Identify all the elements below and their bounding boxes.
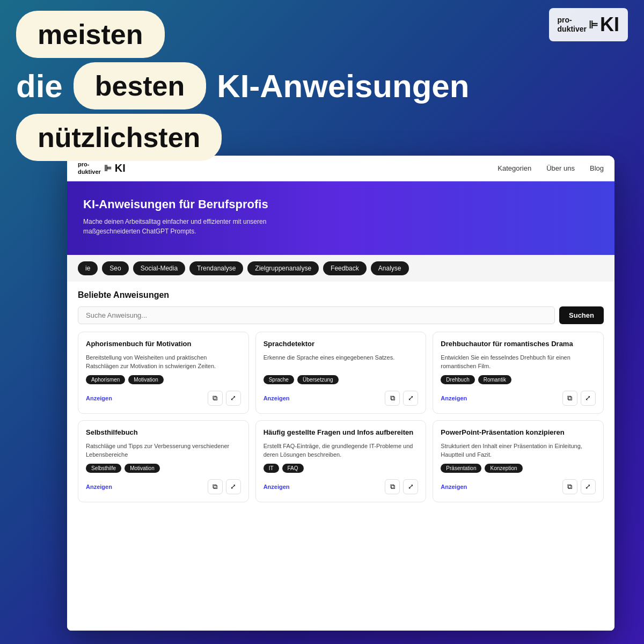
card-2-share-btn[interactable]: ⤢: [581, 391, 596, 406]
card-0-tag-0[interactable]: Aphorismen: [86, 375, 125, 384]
card-1-tags: Sprache Übersetzung: [264, 375, 419, 384]
card-5-tag-0[interactable]: Präsentation: [441, 464, 481, 473]
hero-word-die: die: [16, 68, 63, 105]
card-3-footer: Anzeigen ⧉ ⤢: [86, 479, 241, 494]
card-0-desc: Bereitstellung von Weisheiten und prakti…: [86, 353, 241, 371]
card-4-tag-1[interactable]: FAQ: [282, 464, 304, 473]
card-1-tag-0[interactable]: Sprache: [264, 375, 294, 384]
card-2: Drehbuchautor für romantisches Drama Ent…: [433, 332, 604, 414]
cat-pill-5[interactable]: Feedback: [323, 261, 367, 275]
card-2-tag-1[interactable]: Romantik: [478, 375, 511, 384]
cat-pill-2[interactable]: Social-Media: [133, 261, 185, 275]
card-5-title: PowerPoint-Präsentation konzipieren: [441, 428, 596, 437]
card-5-link[interactable]: Anzeigen: [441, 484, 467, 490]
card-0-share-btn[interactable]: ⤢: [226, 391, 241, 406]
logo-dash-icon: ⊫: [589, 18, 598, 31]
card-4-tags: IT FAQ: [264, 464, 419, 473]
card-2-desc: Entwicklen Sie ein fesselndes Drehbuch f…: [441, 353, 596, 371]
cards-grid: Aphorismenbuch für Motivation Bereitstel…: [78, 332, 604, 502]
card-2-tags: Drehbuch Romantik: [441, 375, 596, 384]
browser-logo: pro- duktiver ⊫ KI: [78, 161, 126, 175]
card-2-link[interactable]: Anzeigen: [441, 395, 467, 401]
card-3-copy-btn[interactable]: ⧉: [208, 479, 223, 494]
browser-logo-text: pro- duktiver: [78, 161, 101, 175]
browser-hero-subtitle: Mache deinen Arbeitsalltag einfacher und…: [83, 217, 309, 236]
card-4: Häufig gestellte Fragen und Infos aufber…: [255, 420, 427, 502]
hero-pill-3: nützlichsten: [16, 114, 222, 161]
hero-row-2: die besten KI-Anweisungen: [16, 62, 469, 109]
card-3-tags: Selbsthilfe Motivation: [86, 464, 241, 473]
card-3-actions: ⧉ ⤢: [208, 479, 241, 494]
card-0-actions: ⧉ ⤢: [208, 391, 241, 406]
card-4-desc: Erstellt FAQ-Einträge, die grundlegende …: [264, 442, 419, 459]
card-4-actions: ⧉ ⤢: [385, 479, 418, 494]
card-2-footer: Anzeigen ⧉ ⤢: [441, 391, 596, 406]
card-1-title: Sprachdetektor: [264, 340, 419, 349]
logo-text-lines: pro- duktiver: [558, 16, 587, 34]
card-0-title: Aphorismenbuch für Motivation: [86, 340, 241, 349]
card-0-tags: Aphorismen Motivation: [86, 375, 241, 384]
card-4-link[interactable]: Anzeigen: [264, 484, 290, 490]
card-2-copy-btn[interactable]: ⧉: [562, 391, 577, 406]
cat-pill-4[interactable]: Zielgruppenanalyse: [247, 261, 319, 275]
hero-pill-1: meisten: [16, 11, 165, 58]
card-3-tag-1[interactable]: Motivation: [125, 464, 160, 473]
browser-logo-dash: ⊫: [104, 163, 112, 173]
hero-pill-2: besten: [74, 62, 207, 109]
card-0-footer: Anzeigen ⧉ ⤢: [86, 391, 241, 406]
search-input[interactable]: [78, 306, 555, 324]
card-5-tags: Präsentation Konzeption: [441, 464, 596, 473]
hero-word-after: KI-Anweisungen: [217, 68, 469, 105]
card-1-share-btn[interactable]: ⤢: [403, 391, 418, 406]
cat-pill-3[interactable]: Trendanalyse: [189, 261, 243, 275]
card-5: PowerPoint-Präsentation konzipieren Stru…: [433, 420, 604, 502]
card-5-footer: Anzeigen ⧉ ⤢: [441, 479, 596, 494]
card-5-desc: Strukturiert den Inhalt einer Präsentati…: [441, 442, 596, 459]
card-4-copy-btn[interactable]: ⧉: [385, 479, 400, 494]
card-3-desc: Ratschläge und Tipps zur Verbesserung ve…: [86, 442, 241, 459]
browser-logo-ki: KI: [115, 162, 126, 174]
card-4-share-btn[interactable]: ⤢: [403, 479, 418, 494]
card-3-link[interactable]: Anzeigen: [86, 484, 112, 490]
logo-top-right: pro- duktiver ⊫ KI: [549, 8, 628, 41]
card-1-desc: Erkenne die Sprache eines eingegebenen S…: [264, 353, 419, 371]
card-0-tag-1[interactable]: Motivation: [128, 375, 164, 384]
card-3: Selbsthilfebuch Ratschläge und Tipps zur…: [78, 420, 249, 502]
card-3-tag-0[interactable]: Selbsthilfe: [86, 464, 121, 473]
card-1-copy-btn[interactable]: ⧉: [385, 391, 400, 406]
nav-uber-uns[interactable]: Über uns: [546, 164, 575, 172]
card-1-footer: Anzeigen ⧉ ⤢: [264, 391, 419, 406]
hero-text-overlay: meisten die besten KI-Anweisungen nützli…: [0, 11, 644, 161]
card-2-tag-0[interactable]: Drehbuch: [441, 375, 474, 384]
cat-pill-6[interactable]: Analyse: [371, 261, 409, 275]
category-pills-row: ie Seo Social-Media Trendanalyse Zielgru…: [67, 255, 614, 282]
nav-kategorien[interactable]: Kategorien: [497, 164, 531, 172]
browser-main-content: Beliebte Anweisungen Suchen Aphorismenbu…: [67, 282, 614, 631]
card-3-share-btn[interactable]: ⤢: [226, 479, 241, 494]
card-1-tag-1[interactable]: Übersetzung: [297, 375, 339, 384]
search-button[interactable]: Suchen: [559, 306, 604, 324]
browser-nav-links: Kategorien Über uns Blog: [497, 164, 604, 172]
card-0-link[interactable]: Anzeigen: [86, 395, 112, 401]
hero-row-3: nützlichsten: [16, 114, 222, 161]
section-title: Beliebte Anweisungen: [78, 290, 604, 300]
card-2-title: Drehbuchautor für romantisches Drama: [441, 340, 596, 349]
card-5-copy-btn[interactable]: ⧉: [562, 479, 577, 494]
card-1-actions: ⧉ ⤢: [385, 391, 418, 406]
card-1: Sprachdetektor Erkenne die Sprache eines…: [255, 332, 427, 414]
cat-pill-1[interactable]: Seo: [102, 261, 128, 275]
browser-hero-section: KI-Anweisungen für Berufsprofis Mache de…: [67, 181, 614, 255]
card-4-tag-0[interactable]: IT: [264, 464, 279, 473]
cat-pill-0[interactable]: ie: [78, 261, 98, 275]
card-1-link[interactable]: Anzeigen: [264, 395, 290, 401]
card-5-tag-1[interactable]: Konzeption: [485, 464, 522, 473]
browser-window: pro- duktiver ⊫ KI Kategorien Über uns B…: [67, 156, 614, 631]
card-3-title: Selbsthilfebuch: [86, 428, 241, 437]
hero-row-1: meisten: [16, 11, 165, 58]
logo-ki-text: KI: [600, 13, 619, 36]
nav-blog[interactable]: Blog: [590, 164, 604, 172]
card-0-copy-btn[interactable]: ⧉: [208, 391, 223, 406]
card-5-share-btn[interactable]: ⤢: [581, 479, 596, 494]
card-5-actions: ⧉ ⤢: [562, 479, 596, 494]
card-4-footer: Anzeigen ⧉ ⤢: [264, 479, 419, 494]
